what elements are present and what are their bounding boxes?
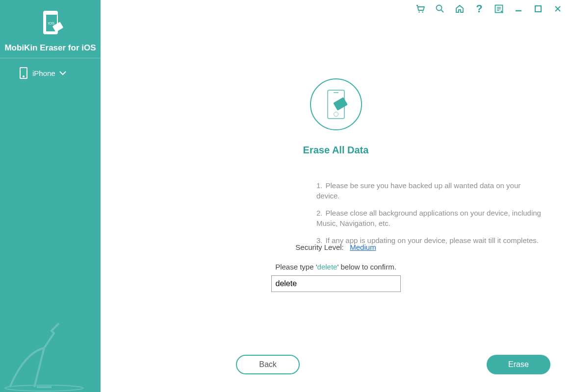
app-logo-area: iOS MobiKin Eraser for iOS	[0, 0, 101, 53]
chevron-down-icon	[59, 69, 66, 77]
instructions-list: 1.Please be sure you have backed up all …	[316, 180, 542, 252]
device-label: iPhone	[32, 69, 55, 77]
instruction-item: 2.Please close all background applicatio…	[316, 208, 542, 228]
page-title: Erase All Data	[303, 145, 369, 156]
back-button[interactable]: Back	[236, 355, 300, 374]
confirm-prefix: Please type '	[275, 263, 317, 271]
erase-button[interactable]: Erase	[487, 355, 550, 374]
confirm-input[interactable]	[271, 275, 401, 292]
instruction-text: Please close all background applications…	[316, 209, 541, 227]
main-content: Erase All Data 1.Please be sure you have…	[101, 0, 571, 392]
phone-icon	[20, 67, 27, 79]
app-title: MobiKin Eraser for iOS	[0, 43, 101, 53]
security-level-line: Security Level: Medium	[295, 243, 376, 251]
sidebar: iOS MobiKin Eraser for iOS iPhone	[0, 0, 101, 392]
instruction-item: 1.Please be sure you have backed up all …	[316, 180, 542, 201]
app-logo-icon: iOS	[39, 10, 62, 38]
sidebar-decor	[0, 304, 101, 392]
confirm-suffix: ' below to confirm.	[337, 263, 396, 271]
erase-hero-icon	[310, 78, 362, 130]
confirm-instruction: Please type 'delete' below to confirm.	[275, 263, 396, 271]
instruction-text: Please be sure you have backed up all wa…	[316, 181, 520, 200]
security-level-link[interactable]: Medium	[350, 243, 376, 251]
device-selector[interactable]: iPhone	[0, 58, 101, 88]
security-label: Security Level:	[295, 243, 343, 251]
confirm-keyword: delete	[317, 263, 337, 271]
